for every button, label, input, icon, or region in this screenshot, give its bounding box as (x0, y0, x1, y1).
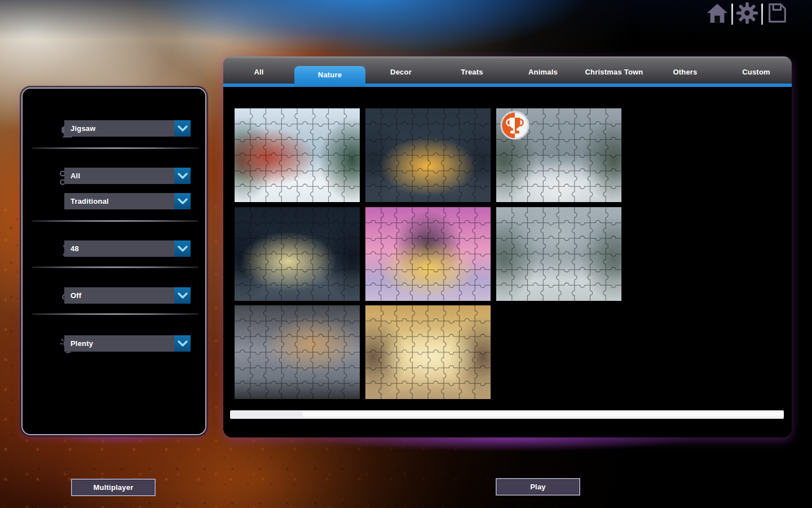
play-button[interactable]: Play (496, 478, 580, 496)
tab-custom[interactable]: Custom (721, 56, 792, 84)
jigsaw-cut-overlay (235, 108, 360, 202)
scrollbar-thumb[interactable] (231, 411, 303, 418)
save-button[interactable] (764, 1, 791, 27)
tab-decor[interactable]: Decor (365, 56, 436, 84)
select-rotation[interactable]: Off (64, 287, 191, 304)
tab-christmas-town[interactable]: Christmas Town (579, 56, 650, 84)
puzzle-options-panel: JigsawAllTraditionalΣ48OffwPlenty (21, 87, 206, 435)
chevron-down-icon[interactable] (174, 335, 191, 352)
toolbar-separator (731, 3, 733, 25)
tab-treats[interactable]: Treats (436, 56, 508, 84)
puzzle-thumbnail-3[interactable] (496, 108, 621, 202)
toolbar-separator (761, 3, 763, 25)
dropdown-value: 48 (64, 244, 79, 253)
tab-nature[interactable]: Nature (294, 66, 365, 87)
tab-label: Custom (742, 68, 770, 76)
jigsaw-cut-overlay (235, 305, 360, 399)
puzzle-thumbnail-7[interactable] (235, 305, 360, 399)
tab-label: Animals (528, 68, 558, 76)
dropdown-value: Plenty (64, 339, 93, 348)
jigsaw-cut-overlay (365, 305, 491, 399)
puzzle-thumbnail-2[interactable] (365, 108, 491, 202)
tab-label: All (254, 68, 263, 76)
tab-others[interactable]: Others (650, 56, 721, 84)
jigsaw-cut-overlay (235, 207, 360, 301)
select-cut-style-1[interactable]: All (64, 168, 191, 184)
jigsaw-cut-overlay (496, 207, 621, 301)
puzzle-thumbnail-6[interactable] (496, 207, 621, 301)
settings-button[interactable] (734, 1, 761, 27)
home-button[interactable] (704, 1, 731, 27)
tab-all[interactable]: All (223, 56, 294, 84)
gallery-panel: AllNatureDecorTreatsAnimalsChristmas Tow… (223, 56, 792, 437)
jigsaw-cut-overlay (365, 108, 491, 202)
horizontal-scrollbar[interactable] (230, 410, 784, 419)
category-tab-bar: AllNatureDecorTreatsAnimalsChristmas Tow… (223, 56, 792, 84)
jigsaw-cut-overlay (365, 207, 491, 301)
select-puzzle-type[interactable]: Jigsaw (64, 120, 191, 137)
chevron-down-icon[interactable] (174, 168, 191, 184)
chevron-down-icon[interactable] (174, 287, 191, 304)
puzzle-thumbnail-4[interactable] (235, 207, 360, 301)
tab-label: Decor (390, 68, 412, 76)
puzzle-thumbnail-5[interactable] (365, 207, 491, 301)
tab-animals[interactable]: Animals (508, 56, 579, 84)
chevron-down-icon[interactable] (174, 193, 191, 209)
tab-label: Christmas Town (585, 68, 643, 76)
home-icon (705, 2, 729, 27)
select-piece-count[interactable]: 48 (64, 240, 191, 257)
options-divider (32, 220, 198, 222)
options-divider (32, 147, 198, 149)
options-divider (32, 266, 198, 268)
chevron-down-icon[interactable] (174, 240, 191, 257)
puzzle-gallery (223, 87, 792, 437)
puzzle-thumbnail-8[interactable] (365, 305, 491, 399)
dropdown-value: Traditional (64, 197, 109, 205)
system-toolbar (704, 1, 791, 27)
dropdown-value: Jigsaw (64, 124, 96, 133)
tab-label: Treats (461, 68, 483, 76)
tab-label: Others (673, 68, 697, 76)
tab-label: Nature (318, 71, 342, 79)
options-divider (32, 313, 198, 315)
game-screen: JigsawAllTraditionalΣ48OffwPlenty AllNat… (0, 0, 812, 508)
multiplayer-button[interactable]: Multiplayer (71, 479, 156, 496)
chevron-down-icon[interactable] (174, 120, 191, 137)
save-icon (765, 1, 789, 27)
completed-trophy-badge (500, 111, 529, 140)
dropdown-value: Off (64, 291, 81, 300)
select-cut-style-2[interactable]: Traditional (64, 193, 191, 209)
gear-icon (735, 1, 759, 27)
dropdown-value: All (64, 172, 80, 180)
puzzle-thumbnail-1[interactable] (235, 108, 360, 202)
select-hints[interactable]: Plenty (64, 335, 191, 352)
